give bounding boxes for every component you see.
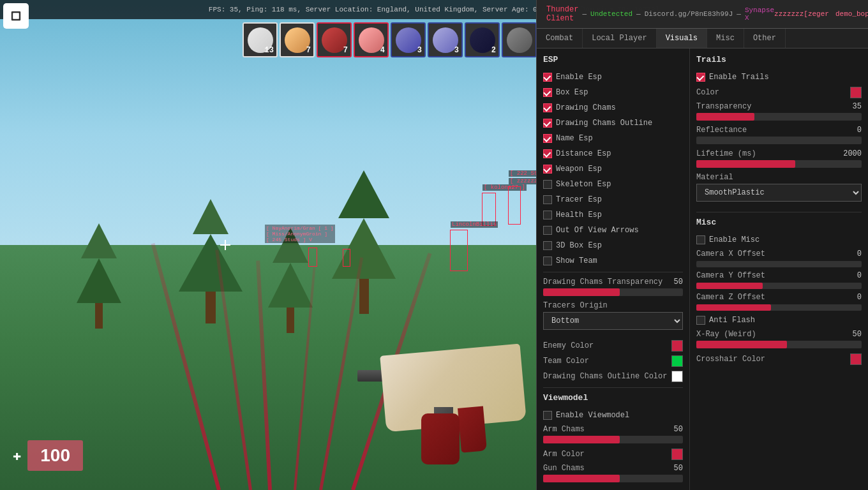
esp-enable-checkbox[interactable] xyxy=(543,73,552,82)
arm-chams-fill xyxy=(543,436,620,443)
3d-box-row[interactable]: 3D Box Esp xyxy=(543,240,683,251)
player-score-3: 4 xyxy=(380,46,385,55)
anti-flash-row[interactable]: Anti Flash xyxy=(696,315,862,326)
health-esp-row[interactable]: Health Esp xyxy=(543,209,683,221)
cam-x-label: Camera X Offset xyxy=(696,249,842,258)
cam-x-value: 0 xyxy=(842,249,862,258)
player-icon-5: 3 xyxy=(428,22,463,57)
esp-player-cluster: [ NayAnorim/Gran [ 1 ] [ Miss/AnonymGroi… xyxy=(265,225,335,243)
trails-trans-track[interactable] xyxy=(696,113,862,121)
show-team-checkbox[interactable] xyxy=(543,256,552,265)
out-view-row[interactable]: Out Of View Arrows xyxy=(543,225,683,236)
team-color-row: Team Color xyxy=(543,355,683,367)
tab-combat[interactable]: Combat xyxy=(537,29,583,48)
anti-flash-checkbox[interactable] xyxy=(696,316,705,325)
enable-viewmodel-label: Enable Viewmodel xyxy=(556,411,629,420)
weapon-esp-label: Weapon Esp xyxy=(556,165,602,174)
player-score-0: 13 xyxy=(265,46,274,55)
cam-x-track[interactable] xyxy=(696,261,862,267)
health-esp-label: Health Esp xyxy=(556,211,602,219)
cam-y-track[interactable] xyxy=(696,283,862,289)
health-display: ✚ 100 xyxy=(13,440,83,471)
player-score-6: 2 xyxy=(491,46,496,55)
esp-box-row[interactable]: Box Esp xyxy=(543,87,683,98)
enable-viewmodel-checkbox[interactable] xyxy=(543,411,552,420)
trails-color-swatch[interactable] xyxy=(850,87,862,98)
crosshair-color-swatch[interactable] xyxy=(850,353,862,365)
gun-chams-track[interactable] xyxy=(543,475,683,482)
enemy-color-label: Enemy Color xyxy=(543,341,671,350)
name-esp-checkbox[interactable] xyxy=(543,134,552,143)
health-cross-icon: ✚ xyxy=(13,447,21,464)
health-value: 100 xyxy=(40,445,70,465)
chams-outline-color-swatch[interactable] xyxy=(671,371,683,382)
enable-misc-row[interactable]: Enable Misc xyxy=(696,234,862,246)
distance-esp-checkbox[interactable] xyxy=(543,149,552,158)
xray-track[interactable] xyxy=(696,341,862,348)
team-color-swatch[interactable] xyxy=(671,355,683,367)
enable-trails-row[interactable]: Enable Trails xyxy=(696,71,862,83)
panel-header: Thunder Client — Undetected — Discord.gg… xyxy=(537,0,868,29)
esp-box-checkbox[interactable] xyxy=(543,88,552,97)
header-user1: zzzzzzz[zeger xyxy=(774,10,829,18)
drawing-chams-checkbox[interactable] xyxy=(543,103,552,112)
player-icon-3: 4 xyxy=(354,22,389,57)
player-hand xyxy=(421,413,460,464)
player-score-1: 7 xyxy=(306,46,311,55)
trails-color-label: Color xyxy=(696,88,850,97)
enemy-color-swatch[interactable] xyxy=(671,340,683,352)
tab-visuals[interactable]: Visuals xyxy=(657,29,707,48)
chams-trans-fill xyxy=(543,288,620,296)
xray-fill xyxy=(696,341,787,348)
cheat-panel: Thunder Client — Undetected — Discord.gg… xyxy=(536,0,868,490)
reflectance-track[interactable] xyxy=(696,137,862,144)
tab-misc[interactable]: Misc xyxy=(707,29,744,48)
arm-color-label: Arm Color xyxy=(543,450,671,459)
player-score-2: 7 xyxy=(343,46,348,55)
health-esp-checkbox[interactable] xyxy=(543,211,552,219)
enable-misc-label: Enable Misc xyxy=(709,235,760,244)
drawing-chams-outline-row[interactable]: Drawing Chams Outline xyxy=(543,117,683,129)
xray-value: 50 xyxy=(853,330,862,339)
reflectance-value: 0 xyxy=(857,126,862,135)
xray-container: X-Ray (Weird) 50 xyxy=(696,330,862,348)
weapon-esp-row[interactable]: Weapon Esp xyxy=(543,163,683,175)
cam-z-row: Camera Z Offset 0 xyxy=(696,293,862,302)
skeleton-esp-row[interactable]: Skeleton Esp xyxy=(543,179,683,190)
enable-viewmodel-row[interactable]: Enable Viewmodel xyxy=(543,410,683,421)
viewmodel-section-title: Viewmodel xyxy=(543,393,683,405)
cam-z-track[interactable] xyxy=(696,304,862,311)
tracer-esp-row[interactable]: Tracer Esp xyxy=(543,194,683,205)
reflectance-label: Reflectance xyxy=(696,126,747,135)
name-esp-row[interactable]: Name Esp xyxy=(543,133,683,144)
tracers-origin-select[interactable]: Bottom Top Center Mouse xyxy=(543,312,683,330)
header-status-sep: — xyxy=(582,10,587,18)
chams-trans-track[interactable] xyxy=(543,288,683,296)
drawing-chams-row[interactable]: Drawing Chams xyxy=(543,102,683,114)
tab-other[interactable]: Other xyxy=(744,29,786,48)
header-discord: Discord.gg/P8nE83h99J xyxy=(645,10,733,18)
trails-trans-value: 35 xyxy=(853,102,862,111)
esp-enable-row[interactable]: Enable Esp xyxy=(543,71,683,83)
skeleton-esp-checkbox[interactable] xyxy=(543,180,552,189)
misc-divider xyxy=(696,212,862,212)
show-team-row[interactable]: Show Team xyxy=(543,255,683,267)
out-view-checkbox[interactable] xyxy=(543,226,552,235)
weapon-esp-checkbox[interactable] xyxy=(543,165,552,174)
3d-box-checkbox[interactable] xyxy=(543,241,552,250)
drawing-chams-outline-checkbox[interactable] xyxy=(543,119,552,128)
esp-section-title: ESP xyxy=(543,55,683,66)
tracer-esp-checkbox[interactable] xyxy=(543,195,552,204)
lifetime-value: 2000 xyxy=(843,149,862,158)
distance-esp-row[interactable]: Distance Esp xyxy=(543,148,683,160)
arm-chams-track[interactable] xyxy=(543,436,683,443)
nav-tabs: Combat Local Player Visuals Misc Other xyxy=(537,29,868,48)
enable-misc-checkbox[interactable] xyxy=(696,235,705,244)
arm-color-swatch[interactable] xyxy=(671,449,683,460)
show-team-label: Show Team xyxy=(556,256,597,265)
lifetime-track[interactable] xyxy=(696,160,862,168)
material-select[interactable]: SmoothPlastic Neon Metal Glass xyxy=(696,184,862,202)
tab-local-player[interactable]: Local Player xyxy=(583,29,656,48)
cam-x-row: Camera X Offset 0 xyxy=(696,249,862,258)
enable-trails-checkbox[interactable] xyxy=(696,73,705,82)
